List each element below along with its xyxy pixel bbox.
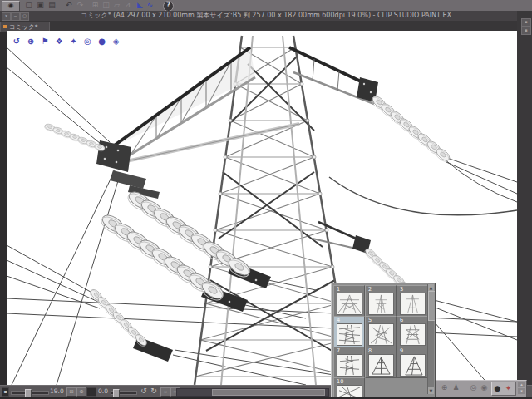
tower-drawing	[7, 31, 517, 385]
preset-number: 6	[400, 317, 403, 323]
preset-item-1[interactable]: 1	[333, 285, 365, 317]
panel-scroll-thumb[interactable]	[428, 291, 435, 321]
undo-icon[interactable]: ↶	[63, 0, 74, 11]
preset-number: 2	[368, 286, 372, 293]
object-rotate-icon[interactable]: ✦	[68, 37, 78, 47]
reset-view-button[interactable]: ▫	[160, 387, 170, 397]
new-file-icon[interactable]: ▢	[23, 0, 34, 11]
preset-thumbnail	[337, 354, 362, 377]
open-file-icon[interactable]: ▣	[35, 0, 46, 11]
preset-thumbnail	[368, 354, 394, 377]
preset-thumbnail	[337, 293, 362, 315]
camera-rotate-icon[interactable]: ↺	[12, 37, 22, 47]
preset-number: 8	[368, 347, 372, 354]
preset-thumbnail	[337, 323, 362, 346]
preset-number: 5	[368, 317, 372, 323]
spinner-down-icon[interactable]: ▾	[518, 388, 525, 394]
preset-number: 3	[400, 286, 403, 293]
preset-thumbnail	[400, 323, 426, 346]
camera-zoom-icon[interactable]: ⚑	[40, 37, 50, 47]
rotate-cw-button[interactable]: ↻	[150, 387, 158, 395]
object-launcher-footer: ⊕ ♟ ◎ ◉ ● ✦ ▴ ▾	[436, 380, 527, 397]
redo-icon[interactable]: ↷	[75, 0, 86, 11]
preset-thumbnail	[400, 354, 426, 377]
material-sphere-icon[interactable]: ◎	[468, 382, 479, 393]
launcher-active-group: ● ✦	[491, 382, 516, 396]
camera-preset-icon[interactable]: ⊕	[439, 382, 450, 393]
panel-scrollbar[interactable]: ▲ ▼	[427, 284, 434, 394]
preset-number: 4	[337, 317, 340, 323]
canvas[interactable]	[7, 31, 517, 385]
actual-size-button[interactable]	[86, 387, 96, 397]
preset-item-6[interactable]: 6	[397, 316, 428, 347]
fit-to-screen-button[interactable]: ⊞	[66, 387, 76, 397]
preset-number: 10	[337, 378, 343, 385]
tab-strip: コミック*	[0, 21, 532, 31]
horizontal-scrollbar[interactable]	[176, 388, 329, 397]
zoom-100-button[interactable]: ⊕	[76, 387, 86, 397]
crop-icon[interactable]: ⊿	[122, 0, 133, 11]
material-sphere-dark-icon[interactable]: ◉	[479, 382, 490, 393]
fill-icon[interactable]: ◫	[101, 0, 111, 11]
collapse-top-button[interactable]: ▪	[521, 18, 531, 27]
preset-thumbnail	[337, 385, 362, 397]
preset-thumbnail	[368, 293, 394, 315]
light-source-icon[interactable]: ●	[97, 37, 107, 47]
preset-item-5[interactable]: 5	[365, 316, 397, 347]
rotate-ccw-button[interactable]: ↺	[140, 387, 148, 395]
preset-item-4-selected[interactable]: 4	[333, 316, 365, 347]
collapse-bottom-button[interactable]: ▪	[521, 27, 531, 35]
pose-figure-icon[interactable]: ♟	[451, 382, 461, 393]
snap-special-ruler-icon[interactable]: ∿	[145, 0, 155, 11]
preset-number: 1	[337, 286, 340, 293]
preset-number: 7	[337, 347, 340, 354]
insulator-chain-lower-left	[88, 288, 149, 348]
insulator-chain-right	[370, 94, 452, 164]
preset-thumbnail	[368, 323, 394, 346]
object-move-icon[interactable]: ❖	[54, 37, 64, 47]
preset-item-3[interactable]: 3	[397, 285, 428, 317]
object-orbit-icon[interactable]: ◎	[82, 37, 92, 47]
preset-number: 9	[400, 347, 403, 354]
object-launcher-tools: ↺ ⊕ ⚑ ❖ ✦ ◎ ● ◈	[12, 32, 121, 42]
modified-dot-icon	[3, 25, 7, 28]
right-edge-strip: ▪ ▪	[517, 11, 532, 396]
horizontal-scroll-thumb[interactable]	[212, 389, 325, 396]
pose-tool-icon[interactable]: ◈	[111, 37, 121, 47]
scale-rotate-icon[interactable]: ▱	[111, 0, 122, 11]
rotation-slider-handle[interactable]	[113, 389, 120, 397]
rotation-value: 0.0	[98, 386, 108, 397]
preset-thumbnail	[400, 293, 426, 315]
preset-item-8[interactable]: 8	[365, 347, 397, 378]
command-bar: ◉ ▢ ▣ ▤ ↶ ↷ ⊞ ◫ ▱ ⊿ ◣ ∿ # ?	[0, 0, 532, 12]
preset-item-7[interactable]: 7	[333, 347, 365, 378]
nav-pin-button[interactable]: ▪	[2, 387, 9, 397]
preset-thumbnail-panel: 1 2 3 4 5 6 7 8 9 10 ▲ ▼	[331, 283, 436, 397]
insulator-chain-top-left	[44, 123, 106, 152]
zoom-slider[interactable]	[11, 391, 49, 395]
spinner-up-icon[interactable]: ▴	[518, 382, 525, 387]
scroll-up-icon[interactable]: ▲	[428, 284, 434, 291]
rotation-slider[interactable]	[111, 391, 137, 395]
zoom-slider-handle[interactable]	[25, 389, 32, 397]
preset-item-10[interactable]: 10	[333, 377, 365, 397]
clip-studio-icon: ◉	[8, 2, 14, 9]
save-icon[interactable]: ▤	[47, 0, 57, 11]
scroll-down-icon[interactable]: ▼	[428, 387, 434, 394]
send-material-icon[interactable]: ✦	[503, 383, 514, 394]
launcher-spinner: ▴ ▾	[518, 382, 525, 394]
preset-item-2[interactable]: 2	[365, 285, 397, 317]
camera-pan-icon[interactable]: ⊕	[26, 37, 36, 47]
title-bar: ✕ ─ ▢ コミック* (A4 297.00 x 210.00mm 製本サイズ:…	[0, 11, 532, 21]
window-title: コミック* (A4 297.00 x 210.00mm 製本サイズ:B5 判 2…	[0, 11, 532, 21]
render-ball-icon[interactable]: ●	[492, 383, 503, 394]
clear-icon[interactable]: ⊞	[90, 0, 101, 11]
preset-item-9[interactable]: 9	[397, 347, 428, 378]
zoom-value: 19.0	[50, 386, 64, 397]
